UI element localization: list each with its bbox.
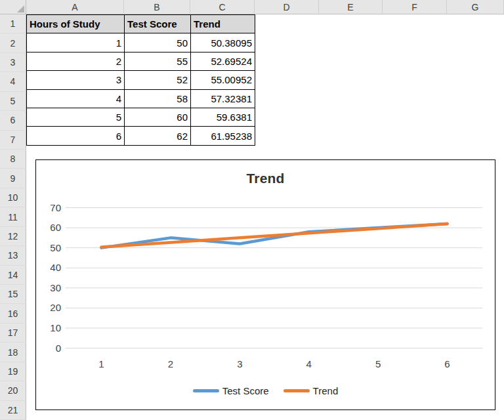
row-header-10[interactable]: 10 <box>0 188 26 207</box>
y-tick-label: 30 <box>50 282 61 293</box>
row-header-2[interactable]: 2 <box>0 33 26 52</box>
row-header-7[interactable]: 7 <box>0 131 26 150</box>
cell[interactable]: 60 <box>125 108 191 126</box>
row-header-6[interactable]: 6 <box>0 111 26 130</box>
y-tick-label: 70 <box>50 202 61 213</box>
legend-item-test-score[interactable]: Test Score <box>193 385 269 396</box>
cell[interactable]: 59.6381 <box>191 108 255 126</box>
row-header-13[interactable]: 13 <box>0 246 26 265</box>
select-all-triangle-icon <box>17 5 24 12</box>
column-header-G[interactable]: G <box>447 0 504 14</box>
x-tick-label: 5 <box>375 358 381 369</box>
spreadsheet: ABCDEFG 12345678910111213141516171819202… <box>0 0 504 420</box>
row-header-20[interactable]: 20 <box>0 381 26 400</box>
table-row: 66261.95238 <box>27 127 255 145</box>
column-header-F[interactable]: F <box>383 0 447 14</box>
y-tick-label: 40 <box>50 262 61 273</box>
row-header-8[interactable]: 8 <box>0 150 26 169</box>
table-row: 56059.6381 <box>27 108 255 126</box>
cell[interactable]: 50.38095 <box>191 33 255 52</box>
table-row: 35255.00952 <box>27 71 255 89</box>
legend-swatch-icon <box>193 389 219 392</box>
row-header-12[interactable]: 12 <box>0 227 26 246</box>
cell[interactable]: 61.95238 <box>191 127 255 145</box>
table-header-row: Hours of StudyTest ScoreTrend <box>27 15 255 33</box>
data-table: Hours of StudyTest ScoreTrend15050.38095… <box>26 14 255 146</box>
cell[interactable]: 3 <box>27 71 125 89</box>
x-tick-label: 6 <box>444 358 450 369</box>
row-header-1[interactable]: 1 <box>0 14 26 33</box>
column-header-A[interactable]: A <box>26 0 124 14</box>
cell[interactable]: 55 <box>125 52 191 70</box>
legend-label: Test Score <box>222 385 269 396</box>
cell[interactable]: Test Score <box>125 15 191 33</box>
column-header-D[interactable]: D <box>255 0 319 14</box>
row-header-14[interactable]: 14 <box>0 266 26 285</box>
row-header-18[interactable]: 18 <box>0 343 26 362</box>
cell[interactable]: 52 <box>125 71 191 89</box>
row-header-9[interactable]: 9 <box>0 169 26 188</box>
cell[interactable]: 5 <box>27 108 125 126</box>
cell[interactable]: 1 <box>27 33 125 52</box>
cell[interactable]: Hours of Study <box>27 15 125 33</box>
x-tick-label: 4 <box>306 358 312 369</box>
y-tick-label: 60 <box>50 222 61 233</box>
table-row: 45857.32381 <box>27 89 255 108</box>
y-tick-label: 20 <box>50 302 61 313</box>
select-all-corner[interactable] <box>0 0 26 14</box>
y-tick-label: 10 <box>50 322 61 333</box>
chart-legend: Test ScoreTrend <box>36 383 495 398</box>
y-tick-label: 50 <box>50 242 61 253</box>
row-header-21[interactable]: 21 <box>0 401 26 420</box>
cell[interactable]: 52.69524 <box>191 52 255 70</box>
cell[interactable]: 4 <box>27 89 125 108</box>
chart[interactable]: Trend 010203040506070123456 Test ScoreTr… <box>35 159 495 410</box>
row-header-5[interactable]: 5 <box>0 92 26 111</box>
cell[interactable]: 6 <box>27 127 125 145</box>
y-tick-label: 0 <box>56 343 61 354</box>
x-tick-label: 3 <box>237 358 242 369</box>
x-tick-label: 1 <box>98 358 104 369</box>
legend-item-trend[interactable]: Trend <box>284 385 339 396</box>
cell[interactable]: 55.00952 <box>191 71 255 89</box>
table-row: 15050.38095 <box>27 33 255 52</box>
row-header-3[interactable]: 3 <box>0 53 26 72</box>
x-tick-label: 2 <box>168 358 173 369</box>
series-line-trend[interactable] <box>102 224 448 247</box>
cell[interactable]: 62 <box>125 127 191 145</box>
row-header-17[interactable]: 17 <box>0 324 26 343</box>
row-header-19[interactable]: 19 <box>0 362 26 381</box>
cell[interactable]: 58 <box>125 89 191 108</box>
column-header-B[interactable]: B <box>124 0 190 14</box>
row-header-16[interactable]: 16 <box>0 304 26 323</box>
column-header-C[interactable]: C <box>190 0 255 14</box>
chart-plot: 010203040506070123456 <box>36 160 494 409</box>
cell[interactable]: 50 <box>125 33 191 52</box>
legend-label: Trend <box>313 385 339 396</box>
row-header-15[interactable]: 15 <box>0 285 26 304</box>
cell[interactable]: 57.32381 <box>191 89 255 108</box>
row-header-11[interactable]: 11 <box>0 207 26 226</box>
column-header-E[interactable]: E <box>319 0 383 14</box>
row-header-4[interactable]: 4 <box>0 72 26 91</box>
cell[interactable]: Trend <box>191 15 255 33</box>
cell[interactable]: 2 <box>27 52 125 70</box>
legend-swatch-icon <box>284 389 310 392</box>
table-row: 25552.69524 <box>27 52 255 70</box>
